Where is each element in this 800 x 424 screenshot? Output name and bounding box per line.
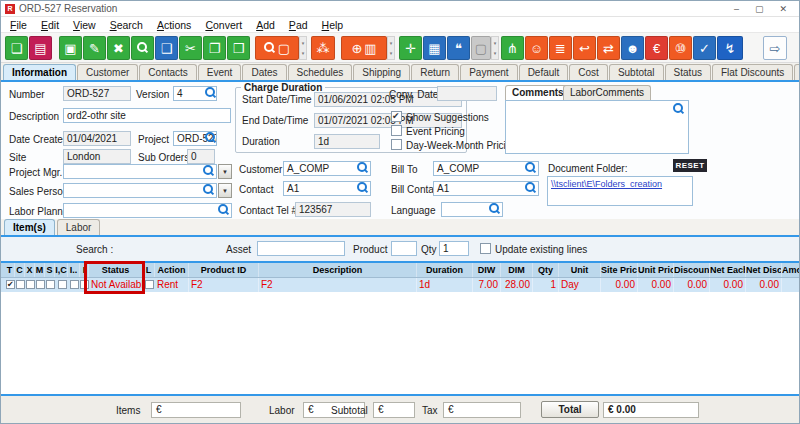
tab-labor[interactable]: Labor — [57, 219, 101, 235]
crew-button[interactable]: ☺ — [525, 36, 548, 60]
row-l-checkbox[interactable] — [145, 280, 154, 289]
tab-return[interactable]: Return — [411, 64, 459, 80]
save-button[interactable]: ▣ — [59, 36, 82, 60]
components-button[interactable]: ⁂ — [311, 36, 335, 60]
items-total-field[interactable]: € — [151, 402, 241, 418]
product-input[interactable] — [391, 241, 417, 256]
col-header-site-price[interactable]: Site Price — [601, 263, 638, 277]
col-header-c[interactable]: C — [15, 263, 25, 277]
cell-unit[interactable]: Day — [559, 278, 601, 292]
project-mgr-dropdown[interactable]: ▼ — [218, 164, 232, 179]
col-header-unit-price[interactable]: Unit Price — [638, 263, 674, 277]
qty-input[interactable]: 1 — [439, 241, 469, 256]
minimize-button[interactable]: – — [734, 4, 739, 14]
disabled-tool-dropdown[interactable]: ▾▾ — [491, 36, 499, 60]
document-folder-link[interactable]: \\tsclient\E\Folders_creation — [551, 179, 662, 189]
cell-net-each[interactable]: 0.00 — [710, 278, 746, 292]
col-header-unit[interactable]: Unit — [559, 263, 601, 277]
total-button[interactable]: Total — [541, 401, 599, 418]
tab-information[interactable]: Information — [3, 64, 76, 80]
row-flag-idots-checkbox[interactable] — [70, 280, 79, 289]
col-header-amount[interactable]: Amou — [782, 263, 800, 277]
col-header-description[interactable]: Description — [259, 263, 417, 277]
date-created-field[interactable]: 01/04/2021 — [63, 131, 131, 146]
delete-button[interactable]: ✖ — [107, 36, 130, 60]
col-header-t[interactable]: T — [5, 263, 15, 277]
row-flag-m-checkbox[interactable] — [36, 280, 45, 289]
reset-button[interactable]: RESET — [673, 159, 707, 172]
cell-qty[interactable]: 1 — [533, 278, 559, 292]
search-button[interactable] — [131, 36, 154, 60]
menu-search[interactable]: Search — [103, 19, 150, 31]
labor-planner-search-icon[interactable] — [218, 204, 230, 216]
menu-view[interactable]: View — [66, 19, 103, 31]
contact-search-icon[interactable] — [357, 182, 369, 194]
print-button[interactable]: ▤ — [29, 36, 52, 60]
new-document-button[interactable]: ❏ — [5, 36, 28, 60]
workspace-grid-button[interactable]: ▦ — [423, 36, 446, 60]
tab-items[interactable]: Item(s) — [4, 219, 55, 235]
col-header-idots[interactable]: I.. — [68, 263, 80, 277]
exit-button[interactable]: ⇨ — [763, 36, 787, 60]
language-search-icon[interactable] — [489, 203, 501, 215]
cut-button[interactable]: ✂ — [179, 36, 202, 60]
close-button[interactable]: ✕ — [779, 4, 787, 14]
sales-person-field[interactable] — [63, 183, 217, 198]
col-header-x[interactable]: X — [25, 263, 35, 277]
asset-input[interactable] — [257, 241, 345, 256]
tab-shipping[interactable]: Shipping — [353, 64, 410, 80]
row-flag-x-checkbox[interactable] — [26, 280, 35, 289]
row-flag-t-checkbox[interactable] — [6, 280, 15, 289]
sales-person-search-icon[interactable] — [203, 184, 215, 196]
duration-field[interactable]: 1d — [314, 134, 380, 149]
bill-to-field[interactable]: A_COMP — [433, 161, 539, 176]
tab-cost[interactable]: Cost — [569, 64, 608, 80]
tab-default[interactable]: Default — [519, 64, 569, 80]
transfer-button[interactable]: ⇄ — [597, 36, 620, 60]
row-flag-s-checkbox[interactable] — [46, 280, 55, 289]
bill-to-search-icon[interactable] — [525, 162, 537, 174]
tab-flat-discounts[interactable]: Flat Discounts — [712, 64, 793, 80]
cell-action[interactable]: Rent — [155, 278, 189, 292]
col-header-m[interactable]: M — [35, 263, 45, 277]
menu-convert[interactable]: Convert — [198, 19, 249, 31]
tab-event[interactable]: Event — [198, 64, 242, 80]
col-header-net-each[interactable]: Net Each — [710, 263, 746, 277]
quick-action-button[interactable]: ↯ — [717, 36, 743, 60]
add-to-cart-button[interactable]: ⊕▥ — [341, 36, 387, 60]
description-field[interactable]: ord2-othr site — [63, 108, 231, 123]
find-product-button[interactable]: ▢ — [255, 36, 299, 60]
col-header-diw[interactable]: DIW — [473, 263, 501, 277]
tab-comments[interactable]: Comments — [505, 85, 571, 100]
find-product-dropdown[interactable]: ▾▾ — [299, 36, 307, 60]
add-to-cart-dropdown[interactable]: ▾▾ — [387, 36, 395, 60]
cell-unit-price[interactable]: 0.00 — [638, 278, 674, 292]
col-header-action[interactable]: Action — [155, 263, 189, 277]
cell-site-price[interactable]: 0.00 — [601, 278, 638, 292]
subtotal-field[interactable]: € — [373, 402, 415, 418]
number-field[interactable]: ORD-527 — [63, 86, 131, 101]
tab-dates[interactable]: Dates — [242, 64, 286, 80]
site-field[interactable]: London — [63, 149, 131, 164]
row-flag-ic-checkbox[interactable] — [58, 280, 67, 289]
cell-product-id[interactable]: F2 — [189, 278, 259, 292]
cell-diw[interactable]: 7.00 — [473, 278, 501, 292]
bill-contact-field[interactable]: A1 — [433, 181, 539, 196]
cell-discount[interactable]: 0.00 — [674, 278, 710, 292]
menu-help[interactable]: Help — [315, 19, 351, 31]
tab-status[interactable]: Status — [665, 64, 711, 80]
tab-labor-comments[interactable]: LaborComments — [563, 85, 651, 100]
sub-orders-field[interactable]: 0 — [187, 149, 215, 164]
tab-contacts[interactable]: Contacts — [139, 64, 196, 80]
cell-duration[interactable]: 1d — [417, 278, 473, 292]
menu-pad[interactable]: Pad — [282, 19, 315, 31]
day-week-month-checkbox[interactable] — [391, 139, 402, 150]
tab-schedules[interactable]: Schedules — [288, 64, 353, 80]
update-existing-checkbox[interactable] — [480, 243, 491, 254]
menu-file[interactable]: File — [3, 19, 34, 31]
terms-button[interactable]: ≣ — [549, 36, 572, 60]
comments-search-icon[interactable] — [673, 103, 685, 115]
row-flag-c-checkbox[interactable] — [16, 280, 25, 289]
maximize-button[interactable]: ▢ — [755, 4, 764, 14]
cell-net-disc[interactable]: 0.00 — [746, 278, 782, 292]
